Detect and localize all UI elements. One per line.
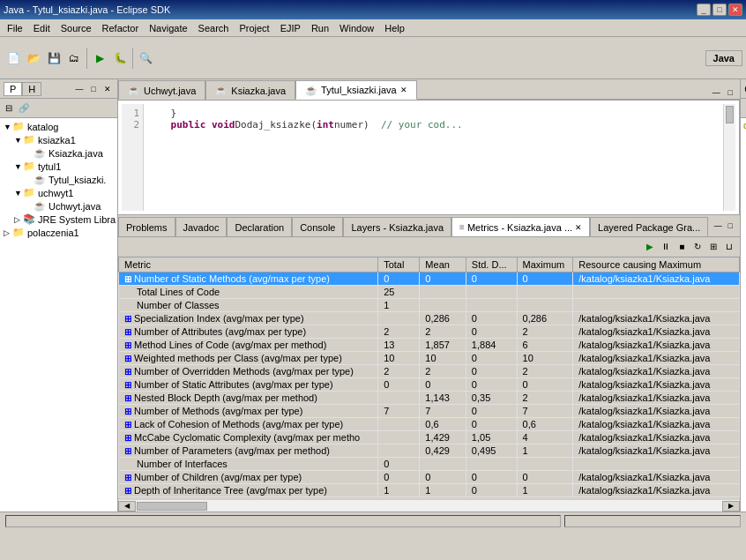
scrollbar-thumb[interactable] — [726, 106, 734, 123]
metrics-tab-close[interactable]: ✕ — [575, 223, 582, 232]
table-row[interactable]: ⊞Number of Attributes (avg/max per type)… — [119, 325, 740, 339]
toolbar: 📄 📂 💾 🗂 ▶ 🐛 🔍 Java — [0, 37, 746, 79]
table-row[interactable]: Total Lines of Code25 — [119, 286, 740, 299]
table-row[interactable]: ⊞Number of Static Methods (avg/max per t… — [119, 273, 740, 286]
table-row[interactable]: Number of Interfaces0 — [119, 458, 740, 471]
expand-button[interactable]: ⊔ — [722, 240, 736, 254]
stop-button[interactable]: ■ — [675, 240, 689, 254]
menu-navigate[interactable]: Navigate — [144, 21, 192, 35]
editor-max-button[interactable]: □ — [724, 86, 736, 99]
refresh-button[interactable]: ↻ — [690, 240, 705, 254]
table-row[interactable]: ⊞McCabe Cyclomatic Complexity (avg/max p… — [119, 431, 740, 444]
scrollbar-track — [136, 501, 722, 511]
maximize-button[interactable]: □ — [712, 4, 727, 16]
horizontal-scrollbar[interactable]: ◀ ▶ — [118, 499, 740, 511]
tab-declaration[interactable]: Declaration — [227, 217, 292, 236]
editor-min-button[interactable]: — — [710, 86, 722, 99]
table-row[interactable]: ⊞Depth of Inheritance Tree (avg/max per … — [119, 484, 740, 497]
menu-edit[interactable]: Edit — [28, 21, 56, 35]
menu-file[interactable]: File — [2, 21, 28, 35]
scroll-left-button[interactable]: ◀ — [118, 501, 136, 511]
tab-layers[interactable]: Layers - Ksiazka.java — [343, 217, 451, 236]
col-maximum[interactable]: Maximum — [517, 258, 573, 273]
tree-item-jre-system-libra[interactable]: ▷📚JRE System Libra — [2, 213, 116, 226]
tab-metrics[interactable]: ≡ Metrics - Ksiazka.java ... ✕ — [451, 217, 590, 236]
tab-hierarchy[interactable]: H — [22, 82, 41, 96]
new-button[interactable]: 📄 — [4, 49, 23, 68]
code-content[interactable]: } public void Dodaj_ksiazke(int numer) /… — [144, 104, 723, 211]
tab-uchwyt-java[interactable]: ☕ Uchwyt.java — [118, 80, 205, 100]
table-row[interactable]: ⊞Lack of Cohesion of Methods (avg/max pe… — [119, 418, 740, 431]
menu-window[interactable]: Window — [334, 21, 379, 35]
metrics-toolbar: ▶ ⏸ ■ ↻ ⊞ ⊔ — [118, 237, 740, 257]
menu-refactor[interactable]: Refactor — [97, 21, 145, 35]
save-all-button[interactable]: 🗂 — [64, 49, 84, 68]
tree-item-ksiazka1[interactable]: ▼📁ksiazka1 — [2, 133, 116, 146]
tree-item-uchwyt1[interactable]: ▼📁uchwyt1 — [2, 186, 116, 199]
table-row[interactable]: ⊞Method Lines of Code (avg/max per metho… — [119, 339, 740, 352]
metrics-table-container[interactable]: Metric Total Mean Std. D... Maximum Reso… — [118, 257, 740, 499]
close-button[interactable]: ✕ — [728, 4, 742, 16]
tab-console[interactable]: Console — [292, 217, 343, 236]
tab-problems[interactable]: Problems — [118, 217, 175, 236]
tab-tytul-close[interactable]: ✕ — [400, 86, 407, 94]
col-std[interactable]: Std. D... — [466, 258, 517, 273]
tree-item-ksiazka-java[interactable]: ☕Ksiazka.java — [2, 146, 116, 160]
minimize-button[interactable]: _ — [697, 4, 711, 16]
open-button[interactable]: 📂 — [24, 49, 43, 68]
run-button[interactable]: ▶ — [90, 49, 109, 68]
h-scrollbar-thumb[interactable] — [137, 502, 207, 511]
col-metric[interactable]: Metric — [119, 258, 378, 273]
table-row[interactable]: ⊞Number of Overridden Methods (avg/max p… — [119, 365, 740, 378]
table-row[interactable]: ⊞Number of Static Attributes (avg/max pe… — [119, 378, 740, 392]
menu-run[interactable]: Run — [306, 21, 334, 35]
tab-layered-package[interactable]: Layered Package Gra... — [590, 217, 708, 236]
menu-project[interactable]: Project — [234, 21, 274, 35]
outline-item-addksiazka[interactable]: ⚙ addKsiazka(Ksiazk — [742, 120, 746, 133]
link-button[interactable]: 🔗 — [17, 101, 31, 116]
metrics-tbody: ⊞Number of Static Methods (avg/max per t… — [119, 273, 740, 497]
grid-button[interactable]: ⊞ — [706, 240, 720, 254]
bottom-tabs-bar: Problems Javadoc Declaration Console Lay… — [118, 215, 740, 237]
play-button[interactable]: ▶ — [643, 240, 657, 254]
col-resource[interactable]: Resource causing Maximum — [573, 258, 740, 273]
tab-javadoc[interactable]: Javadoc — [175, 217, 228, 236]
editor-area[interactable]: 12 } public void Dodaj_ksiazke(int numer… — [118, 101, 740, 215]
menu-help[interactable]: Help — [379, 21, 410, 35]
tab-package-explorer[interactable]: P — [4, 82, 22, 96]
col-total[interactable]: Total — [378, 258, 420, 273]
col-mean[interactable]: Mean — [420, 258, 466, 273]
tree-item-uchwyt-java[interactable]: ☕Uchwyt.java — [2, 199, 116, 213]
tab-tytul-java[interactable]: ☕ Tytul_ksiazki.java ✕ — [295, 80, 417, 100]
menu-source[interactable]: Source — [56, 21, 97, 35]
search-button[interactable]: 🔍 — [136, 49, 155, 68]
save-button[interactable]: 💾 — [44, 49, 63, 68]
close-panel-button[interactable]: ✕ — [101, 83, 114, 95]
table-row[interactable]: ⊞Weighted methods per Class (avg/max per… — [119, 352, 740, 365]
pause-button[interactable]: ⏸ — [659, 240, 673, 254]
tab-ksiazka-java[interactable]: ☕ Ksiazka.java — [205, 80, 295, 100]
table-row[interactable]: ⊞Nested Block Depth (avg/max per method)… — [119, 392, 740, 405]
table-row[interactable]: ⊞Number of Methods (avg/max per type)770… — [119, 405, 740, 418]
outline-btn-1[interactable]: ↕ — [742, 101, 746, 116]
left-panel-header: P H — □ ✕ — [0, 79, 117, 99]
table-row[interactable]: ⊞Number of Parameters (avg/max per metho… — [119, 444, 740, 458]
scroll-right-button[interactable]: ▶ — [722, 501, 740, 511]
table-row[interactable]: ⊞Specialization Index (avg/max per type)… — [119, 312, 740, 325]
table-row[interactable]: Number of Classes1 — [119, 299, 740, 312]
tree-item-tytul1[interactable]: ▼📁tytul1 — [2, 160, 116, 173]
editor-scrollbar[interactable] — [723, 104, 735, 211]
collapse-all-button[interactable]: ⊟ — [2, 101, 16, 116]
bottom-max-button[interactable]: □ — [724, 220, 736, 232]
menu-search[interactable]: Search — [193, 21, 235, 35]
menu-ejip[interactable]: EJIP — [275, 21, 306, 35]
tree-item-tytul-ksiazki-[interactable]: ☕Tytul_ksiazki. — [2, 173, 116, 186]
table-row[interactable]: ⊞Number of Children (avg/max per type)00… — [119, 471, 740, 484]
bottom-min-button[interactable]: — — [712, 220, 724, 232]
tree-item-katalog[interactable]: ▼📁katalog — [2, 120, 116, 133]
minimize-panel-button[interactable]: — — [73, 83, 86, 95]
maximize-panel-button[interactable]: □ — [87, 83, 100, 95]
debug-button[interactable]: 🐛 — [110, 49, 130, 68]
tree-item-polaczenia1[interactable]: ▷📁polaczenia1 — [2, 226, 116, 239]
toolbar-group-1: 📄 📂 💾 🗂 — [4, 49, 84, 68]
